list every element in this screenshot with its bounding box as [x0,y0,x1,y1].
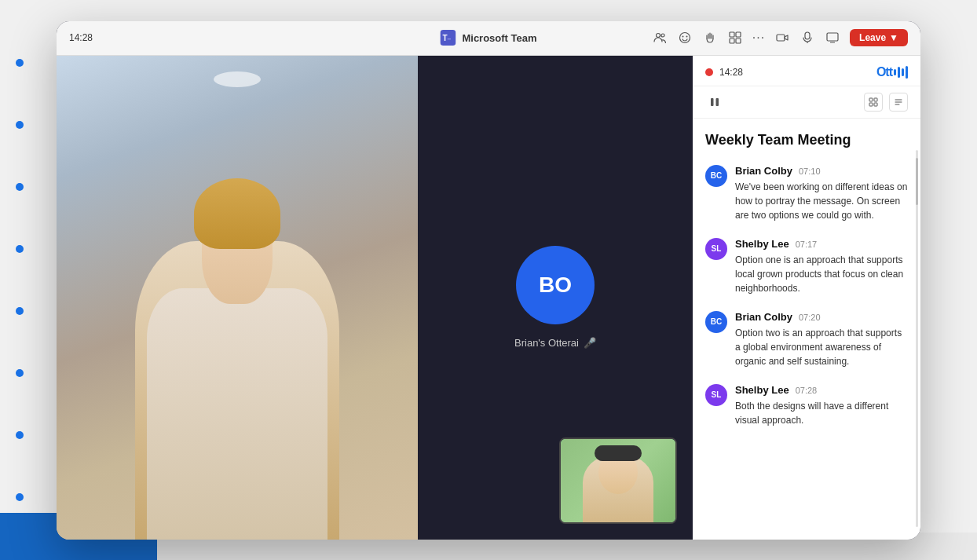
participant-mic-icon: 🎤 [584,337,596,349]
svg-point-7 [686,36,687,38]
dot-7 [16,431,24,439]
screen-share-icon[interactable] [825,30,840,46]
participant-name-text: Brian's Otterai [514,337,579,349]
main-video-participant [57,56,418,540]
transcript-entry: SL Shelby Lee 07:28 Both the designs wil… [705,384,908,427]
svg-point-6 [682,36,683,38]
wave-bar-3 [902,68,904,76]
pause-button[interactable] [705,93,724,112]
participant-name: Brian's Otterai 🎤 [514,337,596,349]
otter-text: Ott [876,65,892,79]
participant-avatar: BO [516,246,595,324]
svg-rect-9 [736,32,741,37]
transcript-header-time: 14:28 [719,67,743,78]
raise-hand-icon[interactable] [702,30,718,46]
svg-point-4 [661,34,664,37]
entry-text: Option one is an approach that supports … [735,253,908,295]
headset-icon [595,445,642,461]
svg-rect-20 [874,98,877,101]
dot-2 [16,121,24,129]
transcript-header: 14:28 Ott [693,56,920,86]
mic-icon[interactable] [800,30,815,46]
entry-header: Shelby Lee 07:28 [735,384,908,396]
svg-rect-10 [730,38,734,43]
dot-6 [16,369,24,377]
entry-body: Shelby Lee 07:28 Both the designs will h… [735,384,908,427]
entry-body: Brian Colby 07:20 Option two is an appro… [735,311,908,368]
main-content: BO Brian's Otterai 🎤 [57,56,920,540]
transcript-entry: BC Brian Colby 07:10 We've been working … [705,165,908,222]
entry-header: Brian Colby 07:10 [735,165,908,177]
svg-point-3 [656,34,660,38]
transcript-content[interactable]: Weekly Team Meeting BC Brian Colby 07:10… [693,119,920,540]
entry-text: We've been working on different ideas on… [735,180,908,222]
entry-time: 07:17 [796,240,818,249]
camera-icon[interactable] [774,30,790,46]
ceiling-light [214,71,261,87]
entry-name: Shelby Lee [735,384,789,396]
teams-logo-icon: T ₋ [440,30,456,46]
titlebar-controls: ··· Leave [652,29,908,46]
svg-rect-8 [730,32,734,37]
person-suit [147,288,327,540]
entry-text: Both the designs will have a different v… [735,399,908,427]
wave-bar-1 [894,69,896,75]
otter-logo: Ott [876,65,908,79]
entry-name: Brian Colby [735,311,792,323]
transcript-entry: SL Shelby Lee 07:17 Option one is an app… [705,238,908,295]
entry-body: Shelby Lee 07:17 Option one is an approa… [735,238,908,295]
svg-rect-18 [716,98,719,106]
main-video-background [57,56,418,540]
svg-rect-19 [869,98,873,101]
transcript-title: Weekly Team Meeting [705,131,908,149]
person-silhouette [127,147,347,540]
entry-time: 07:20 [799,313,821,322]
titlebar-app-name: Microsoft Team [462,32,536,44]
dot-3 [16,183,24,191]
small-video-background [561,439,675,522]
dot-5 [16,307,24,315]
entry-avatar: SL [705,384,727,406]
small-video-thumbnail [559,437,677,524]
second-video-participant: BO Brian's Otterai 🎤 [418,56,693,540]
dot-1 [16,59,24,67]
entry-avatar: BC [705,311,727,333]
monitor-screen: 14:28 T ₋ Microsoft Team [57,21,920,540]
entry-avatar: BC [705,165,727,187]
wave-bar-4 [906,66,908,79]
toolbar-icon-1[interactable] [864,93,883,112]
scrollbar-thumb[interactable] [916,158,918,205]
transcript-toolbar [693,86,920,119]
entry-body: Brian Colby 07:10 We've been working on … [735,165,908,222]
leave-label: Leave [859,32,886,43]
entry-time: 07:10 [799,167,821,176]
toolbar-icon-2[interactable] [889,93,908,112]
transcript-panel: 14:28 Ott [693,56,920,540]
toolbar-icons [864,93,908,112]
entry-text: Option two is an approach that supports … [735,326,908,368]
svg-rect-13 [805,32,810,39]
transcript-entries: BC Brian Colby 07:10 We've been working … [705,165,908,427]
leave-chevron-icon: ▼ [889,32,898,43]
svg-rect-12 [777,35,785,41]
entry-header: Shelby Lee 07:17 [735,238,908,250]
wave-bar-2 [898,67,900,78]
titlebar: 14:28 T ₋ Microsoft Team [57,21,920,56]
gallery-icon[interactable] [727,30,743,46]
titlebar-center: T ₋ Microsoft Team [440,30,536,46]
svg-rect-11 [736,38,741,43]
entry-name: Brian Colby [735,165,792,177]
background-dots [16,0,24,560]
record-indicator [705,68,713,76]
leave-button[interactable]: Leave ▼ [850,29,908,46]
person-hair [194,178,280,249]
emoji-icon[interactable] [677,30,693,46]
entry-avatar: SL [705,238,727,260]
people-icon[interactable] [652,30,668,46]
titlebar-time: 14:28 [69,32,101,43]
transcript-header-left: 14:28 [705,67,743,78]
svg-rect-15 [827,33,838,41]
more-options-icon[interactable]: ··· [752,31,765,45]
svg-rect-17 [711,98,714,106]
entry-time: 07:28 [796,386,818,395]
